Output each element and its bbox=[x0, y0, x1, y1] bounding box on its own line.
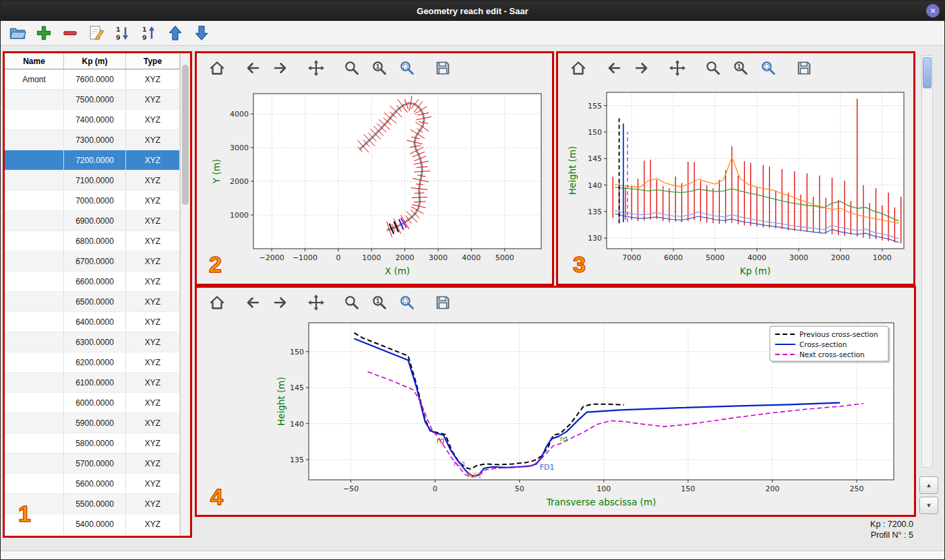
profile-cell[interactable]: 5400.0000 bbox=[64, 514, 126, 534]
edit-profile-button[interactable] bbox=[86, 23, 106, 43]
profile-row[interactable]: 6300.0000XYZ bbox=[5, 332, 180, 352]
profile-cell[interactable] bbox=[5, 110, 64, 130]
zoom-one-button[interactable]: 1 bbox=[370, 293, 389, 312]
profile-row[interactable]: 6800.0000XYZ bbox=[5, 231, 180, 251]
profile-row[interactable]: 5600.0000XYZ bbox=[5, 474, 180, 494]
profile-cell[interactable]: 6500.0000 bbox=[64, 292, 126, 312]
profile-row[interactable]: 5500.0000XYZ bbox=[5, 494, 180, 514]
profile-cell[interactable]: XYZ bbox=[126, 191, 180, 211]
pan-button[interactable] bbox=[307, 59, 326, 77]
profile-cell[interactable] bbox=[5, 231, 64, 251]
profile-cell[interactable]: XYZ bbox=[126, 312, 180, 332]
close-button[interactable]: ✕ bbox=[926, 4, 940, 18]
profile-cell[interactable] bbox=[5, 272, 64, 292]
profile-cell[interactable]: 6900.0000 bbox=[64, 211, 126, 231]
profile-cell[interactable]: XYZ bbox=[126, 433, 180, 454]
profile-row[interactable]: 6700.0000XYZ bbox=[5, 251, 180, 272]
back-button[interactable] bbox=[605, 59, 623, 77]
profile-row[interactable]: 6200.0000XYZ bbox=[5, 352, 180, 373]
profile-row[interactable]: 5800.0000XYZ bbox=[5, 433, 180, 454]
profile-cell[interactable]: Amont bbox=[5, 69, 64, 90]
profile-cell[interactable] bbox=[5, 191, 64, 211]
profile-cell[interactable]: XYZ bbox=[126, 231, 180, 251]
table-scrollbar-thumb[interactable] bbox=[182, 65, 189, 205]
profile-cell[interactable] bbox=[5, 393, 64, 413]
forward-button[interactable] bbox=[632, 59, 651, 77]
profile-cell[interactable] bbox=[5, 251, 64, 272]
profile-down-button[interactable]: ▼ bbox=[919, 497, 938, 514]
zoom-one-button[interactable]: 1 bbox=[731, 59, 750, 77]
column-header-name[interactable]: Name bbox=[5, 53, 64, 69]
profile-row[interactable]: 6400.0000XYZ bbox=[5, 312, 180, 332]
profile-cell[interactable]: XYZ bbox=[126, 413, 180, 433]
profile-cell[interactable]: XYZ bbox=[126, 69, 180, 90]
profile-cell[interactable]: 7000.0000 bbox=[64, 191, 126, 211]
profile-cell[interactable] bbox=[5, 312, 64, 332]
zoom-button[interactable] bbox=[342, 59, 361, 77]
profile-row[interactable]: 5900.0000XYZ bbox=[5, 413, 180, 433]
profile-cell[interactable]: 6800.0000 bbox=[64, 231, 126, 251]
zoom-button[interactable] bbox=[704, 59, 723, 77]
save-button[interactable] bbox=[433, 293, 452, 312]
profile-cell[interactable] bbox=[5, 413, 64, 433]
home-button[interactable] bbox=[569, 59, 588, 77]
profile-cell[interactable]: XYZ bbox=[126, 170, 180, 191]
profile-cell[interactable]: XYZ bbox=[126, 90, 180, 110]
sort-descending-button[interactable]: 19 bbox=[113, 23, 133, 43]
zoom-region-button[interactable] bbox=[759, 59, 778, 77]
cross-section-chart[interactable]: rgrdFG1AX1FD1−50050100150200250135140145… bbox=[197, 317, 914, 515]
profile-cell[interactable] bbox=[5, 150, 64, 170]
save-button[interactable] bbox=[795, 59, 814, 77]
profile-cell[interactable]: XYZ bbox=[126, 272, 180, 292]
profile-cell[interactable] bbox=[5, 352, 64, 373]
column-header-kp[interactable]: Kp (m) bbox=[64, 53, 126, 69]
add-profile-button[interactable] bbox=[34, 23, 54, 43]
profile-cell[interactable]: XYZ bbox=[126, 393, 180, 413]
profile-cell[interactable]: XYZ bbox=[126, 352, 180, 373]
profile-row[interactable]: 6000.0000XYZ bbox=[5, 393, 180, 413]
remove-profile-button[interactable] bbox=[60, 23, 80, 43]
profile-cell[interactable]: 5500.0000 bbox=[64, 494, 126, 514]
pan-button[interactable] bbox=[307, 293, 326, 312]
profile-row[interactable]: 5700.0000XYZ bbox=[5, 454, 180, 474]
right-scrollbar-thumb[interactable] bbox=[923, 57, 932, 88]
profile-cell[interactable]: 6400.0000 bbox=[64, 312, 126, 332]
profile-cell[interactable]: XYZ bbox=[126, 251, 180, 272]
profile-cell[interactable]: 5600.0000 bbox=[64, 474, 126, 494]
profile-cell[interactable]: 7500.0000 bbox=[64, 90, 126, 110]
profile-row[interactable]: 5400.0000XYZ bbox=[5, 514, 180, 534]
profile-cell[interactable]: 6200.0000 bbox=[64, 352, 126, 373]
profile-cell[interactable]: XYZ bbox=[126, 474, 180, 494]
profile-row[interactable]: 7400.0000XYZ bbox=[5, 110, 180, 130]
profile-cell[interactable] bbox=[5, 433, 64, 454]
profile-cell[interactable]: 6300.0000 bbox=[64, 332, 126, 352]
profile-cell[interactable] bbox=[5, 494, 64, 514]
profile-cell[interactable]: 6600.0000 bbox=[64, 272, 126, 292]
profile-cell[interactable]: XYZ bbox=[126, 130, 180, 150]
profile-cell[interactable] bbox=[5, 211, 64, 231]
profile-cell[interactable]: XYZ bbox=[126, 514, 180, 534]
zoom-button[interactable] bbox=[342, 293, 361, 312]
profile-cell[interactable]: 5900.0000 bbox=[64, 413, 126, 433]
column-header-type[interactable]: Type bbox=[126, 53, 180, 69]
profile-cell[interactable]: XYZ bbox=[126, 150, 180, 170]
back-button[interactable] bbox=[243, 293, 262, 312]
profile-row[interactable]: 7500.0000XYZ bbox=[5, 90, 180, 110]
profile-cell[interactable]: 6700.0000 bbox=[64, 251, 126, 272]
forward-button[interactable] bbox=[271, 293, 290, 312]
profile-cell[interactable]: 7400.0000 bbox=[64, 110, 126, 130]
profile-cell[interactable] bbox=[5, 454, 64, 474]
profile-row[interactable]: 6600.0000XYZ bbox=[5, 272, 180, 292]
profile-cell[interactable] bbox=[5, 332, 64, 352]
profile-row[interactable]: 7200.0000XYZ bbox=[5, 150, 180, 170]
table-scrollbar[interactable] bbox=[180, 53, 190, 536]
profile-row[interactable]: 6900.0000XYZ bbox=[5, 211, 180, 231]
profile-row[interactable]: 6500.0000XYZ bbox=[5, 292, 180, 312]
back-button[interactable] bbox=[243, 59, 262, 77]
profile-cell[interactable]: 7200.0000 bbox=[64, 150, 126, 170]
open-button[interactable] bbox=[7, 23, 28, 43]
zoom-region-button[interactable] bbox=[398, 59, 417, 77]
profile-cell[interactable]: XYZ bbox=[126, 373, 180, 393]
profile-cell[interactable]: 7600.0000 bbox=[64, 69, 126, 90]
profile-cell[interactable]: 7100.0000 bbox=[64, 170, 126, 191]
